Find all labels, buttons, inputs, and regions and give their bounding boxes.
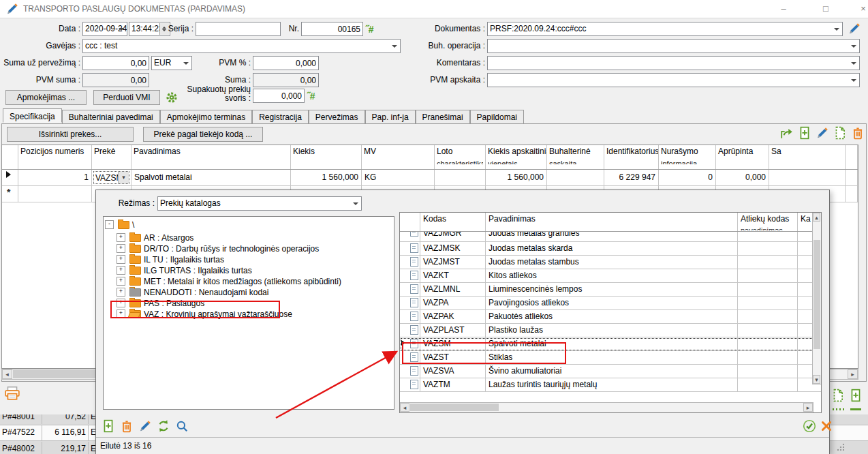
edit-icon[interactable] bbox=[138, 419, 152, 433]
list-cell-atlieku-kodas[interactable] bbox=[738, 310, 798, 323]
list-cell-kodas[interactable]: VAZPA bbox=[420, 297, 486, 309]
close-button[interactable]: × bbox=[853, 3, 868, 15]
grid-column-header-kiekis_apsk[interactable]: Kiekis apskaitiniaisvienetais bbox=[486, 145, 547, 169]
list-row-vazjmgr[interactable]: VAZJMGRJuodas metalas granulės bbox=[400, 232, 821, 242]
preke-pagal-tiekejo-button[interactable]: Prekė pagal tiekėjo kodą ... bbox=[143, 127, 263, 142]
printer-icon[interactable] bbox=[4, 386, 20, 401]
expand-icon[interactable]: + bbox=[117, 309, 125, 318]
grid-cell-pavadinimas[interactable]: Spalvoti metalai bbox=[131, 170, 291, 185]
tab-buhalteriniai-pavedimai[interactable]: Buhalteriniai pavedimai bbox=[62, 110, 160, 124]
list-cell-ka[interactable] bbox=[798, 256, 813, 269]
list-cell-atlieku-kodas[interactable] bbox=[738, 297, 798, 309]
serija-input[interactable] bbox=[196, 22, 281, 36]
list-cell-atlieku-kodas[interactable] bbox=[738, 337, 798, 350]
list-vscrollbar[interactable]: ▴ ▾ bbox=[812, 213, 821, 384]
add-document-icon[interactable] bbox=[798, 126, 811, 140]
list-column-header-marker[interactable] bbox=[400, 213, 420, 231]
gavejas-combo[interactable]: ccc : test bbox=[82, 39, 401, 53]
list-cell-pavadinimas[interactable]: Plastiko laužas bbox=[486, 324, 738, 337]
dokumentas-combo[interactable]: PRSF:2020.09.24:ccc#ccc bbox=[487, 22, 843, 36]
tree-item-root[interactable]: -\ bbox=[105, 219, 134, 230]
cancel-x-icon[interactable] bbox=[820, 419, 833, 433]
grid-column-header-pozicijos[interactable]: Pozicijos numeris bbox=[18, 145, 92, 169]
tree-item-ar[interactable]: +AR : Atsargos bbox=[117, 232, 193, 243]
list-cell-pavadinimas[interactable]: Liuminescencinės lempos bbox=[486, 283, 738, 296]
buh-operacija-combo[interactable] bbox=[487, 39, 860, 53]
list-cell-kodas[interactable]: VAZTM bbox=[420, 378, 486, 391]
list-cell-ka[interactable] bbox=[798, 310, 813, 323]
tab-registracija[interactable]: Registracija bbox=[252, 110, 309, 124]
list-cell-atlieku-kodas[interactable] bbox=[738, 324, 798, 337]
list-cell-atlieku-kodas[interactable] bbox=[738, 256, 798, 269]
list-cell-kodas[interactable]: VAZJMGR bbox=[420, 232, 486, 241]
list-row-vazsva[interactable]: VAZSVAŠvino akumuliatoriai bbox=[400, 365, 821, 378]
list-hscroll-thumb[interactable] bbox=[410, 404, 499, 411]
copy-document-icon[interactable] bbox=[831, 389, 845, 402]
expand-icon[interactable]: + bbox=[117, 277, 125, 286]
suma-uz-pervezima-input[interactable] bbox=[82, 56, 149, 70]
grid-cell-kiekis[interactable]: 1 560,000 bbox=[291, 170, 362, 185]
preke-dropdown-icon[interactable]: ▾ bbox=[118, 172, 129, 183]
date-dropdown-icon[interactable] bbox=[119, 28, 124, 33]
grid-column-header-nurasymo[interactable]: Nurašymoinformacija bbox=[659, 145, 716, 169]
preke-cell-combo[interactable]: VAZSM▾ bbox=[93, 171, 129, 184]
maximize-button[interactable]: □ bbox=[816, 3, 836, 15]
currency-combo[interactable]: EUR bbox=[151, 56, 192, 70]
delete-icon[interactable] bbox=[120, 419, 134, 433]
list-cell-atlieku-kodas[interactable] bbox=[738, 378, 798, 391]
list-cell-ka[interactable] bbox=[798, 378, 813, 391]
tree-item-vaz[interactable]: +VAZ : Krovinių aprašymai važtaraščiuose bbox=[117, 308, 292, 320]
grid-cell-buhalterine[interactable] bbox=[547, 170, 604, 185]
tab-prane-imai[interactable]: Pranešimai bbox=[416, 110, 470, 124]
list-cell-pavadinimas[interactable]: Juodas metalas stambus bbox=[486, 256, 738, 269]
list-cell-ka[interactable] bbox=[798, 365, 813, 378]
list-row-vazpak[interactable]: VAZPAKPakuotės atliekos bbox=[400, 310, 821, 324]
list-cell-pavadinimas[interactable]: Juodas metalas skarda bbox=[486, 242, 738, 255]
autonumber-icon[interactable]: ˝# bbox=[366, 25, 373, 34]
list-scroll-left-arrow[interactable]: ◂ bbox=[400, 403, 409, 412]
grid-column-header-sa[interactable]: Sa bbox=[769, 145, 846, 169]
list-cell-kodas[interactable]: VAZST bbox=[420, 351, 486, 364]
grid-cell-loto[interactable] bbox=[435, 170, 486, 185]
list-column-header-pavadinimas[interactable]: Pavadinimas bbox=[486, 213, 738, 231]
expand-icon[interactable]: + bbox=[117, 288, 125, 297]
list-cell-kodas[interactable]: VAZSM bbox=[420, 337, 486, 350]
list-cell-atlieku-kodas[interactable] bbox=[738, 283, 798, 296]
grid-column-header-loto[interactable]: Lotocharakteristika bbox=[435, 145, 486, 169]
list-cell-pavadinimas[interactable]: Švino akumuliatoriai bbox=[486, 365, 738, 378]
grid-newrow-cell-marker[interactable]: * bbox=[2, 186, 18, 202]
grid-newrow-cell-fill[interactable] bbox=[846, 186, 858, 202]
list-column-header-kodas[interactable]: Kodas bbox=[420, 213, 486, 231]
tab-specifikacija[interactable]: Specifikacija bbox=[3, 108, 62, 123]
list-cell-ka[interactable] bbox=[798, 232, 813, 241]
list-scroll-up-arrow[interactable]: ▴ bbox=[813, 213, 820, 222]
list-cell-pavadinimas[interactable]: Stiklas bbox=[486, 351, 738, 364]
tab-apmok-jimo-terminas[interactable]: Apmokėjimo terminas bbox=[160, 110, 252, 124]
list-cell-kodas[interactable]: VAZSVA bbox=[420, 365, 486, 378]
list-cell-ka[interactable] bbox=[798, 324, 813, 337]
grid-newrow-cell-pozicijos[interactable] bbox=[18, 186, 92, 202]
collapse-icon[interactable]: - bbox=[105, 220, 114, 229]
list-row-vazplast[interactable]: VAZPLASTPlastiko laužas bbox=[400, 324, 821, 337]
list-column-header-ka[interactable]: Ka bbox=[798, 213, 813, 231]
expand-icon[interactable]: + bbox=[117, 266, 125, 275]
list-row-vazst[interactable]: VAZSTStiklas bbox=[400, 351, 821, 365]
supakuotu-svoris-input[interactable] bbox=[253, 89, 305, 103]
expand-icon[interactable]: + bbox=[117, 244, 125, 253]
confirm-check-icon[interactable] bbox=[803, 419, 816, 433]
list-cell-ka[interactable] bbox=[798, 269, 813, 282]
add-document-icon[interactable] bbox=[102, 419, 115, 433]
edit-icon[interactable] bbox=[816, 126, 829, 140]
list-row-vazsm[interactable]: VAZSMSpalvoti metalai bbox=[400, 337, 821, 351]
delete-icon[interactable] bbox=[851, 126, 865, 140]
grid-column-header-buhalterine[interactable]: Buhalterinėsąskaita bbox=[547, 145, 604, 169]
list-cell-kodas[interactable]: VAZJMSK bbox=[420, 242, 486, 255]
list-cell-kodas[interactable]: VAZPLAST bbox=[420, 324, 486, 337]
list-cell-pavadinimas[interactable]: Kitos atliekos bbox=[486, 269, 738, 282]
list-row-vazlmnl[interactable]: VAZLMNLLiuminescencinės lempos bbox=[400, 283, 821, 297]
edit-document-pencil-icon[interactable] bbox=[848, 22, 861, 35]
list-cell-ka[interactable] bbox=[798, 283, 813, 296]
list-cell-pavadinimas[interactable]: Laužas turintis tauriųjų metalų bbox=[486, 378, 738, 391]
grid-cell-identifikatorius[interactable]: 6 229 947 bbox=[604, 170, 659, 185]
list-cell-kodas[interactable]: VAZJMST bbox=[420, 256, 486, 269]
